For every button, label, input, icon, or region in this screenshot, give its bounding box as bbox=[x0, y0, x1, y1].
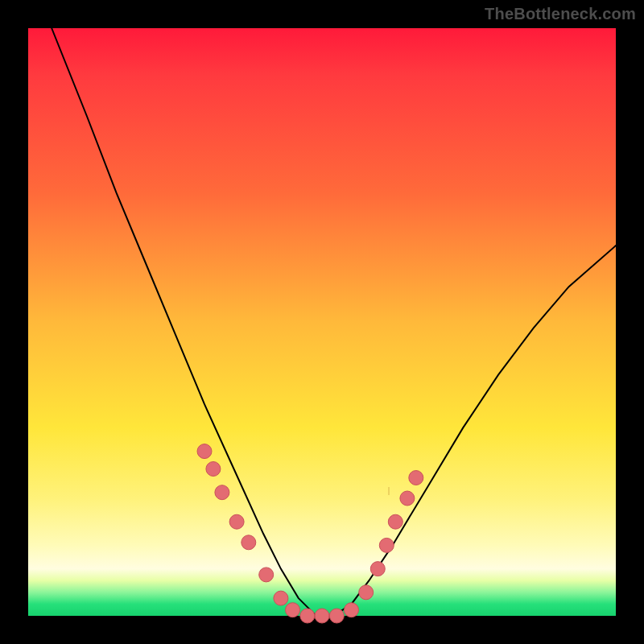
chart-frame: TheBottleneck.com bbox=[0, 0, 644, 644]
watermark-text: TheBottleneck.com bbox=[485, 5, 636, 23]
data-point bbox=[359, 585, 374, 600]
data-point bbox=[274, 591, 288, 605]
data-point bbox=[409, 471, 423, 485]
data-markers bbox=[197, 444, 423, 623]
data-point bbox=[315, 609, 329, 623]
data-point bbox=[229, 514, 244, 529]
bottleneck-curve bbox=[52, 28, 616, 616]
data-point bbox=[388, 514, 402, 529]
data-point bbox=[370, 562, 385, 576]
data-point bbox=[345, 603, 359, 617]
plot-area bbox=[28, 28, 616, 616]
data-point bbox=[286, 603, 300, 617]
data-point bbox=[259, 568, 274, 582]
data-point bbox=[197, 444, 212, 459]
data-point bbox=[379, 538, 394, 552]
data-point bbox=[215, 485, 229, 500]
curve-svg bbox=[28, 28, 616, 616]
data-point bbox=[206, 462, 221, 477]
minor-tick bbox=[388, 487, 390, 495]
data-point bbox=[242, 535, 256, 550]
data-point bbox=[300, 609, 315, 623]
data-point bbox=[329, 609, 344, 623]
data-point bbox=[400, 491, 415, 506]
